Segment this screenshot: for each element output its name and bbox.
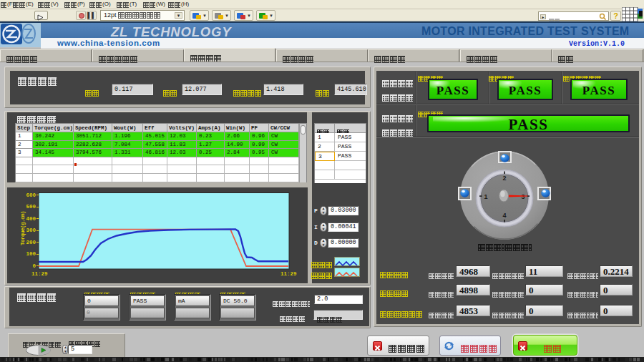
svg-text:2: 2: [502, 175, 506, 182]
svg-text:1: 1: [484, 193, 487, 200]
svg-text:4: 4: [502, 212, 506, 219]
